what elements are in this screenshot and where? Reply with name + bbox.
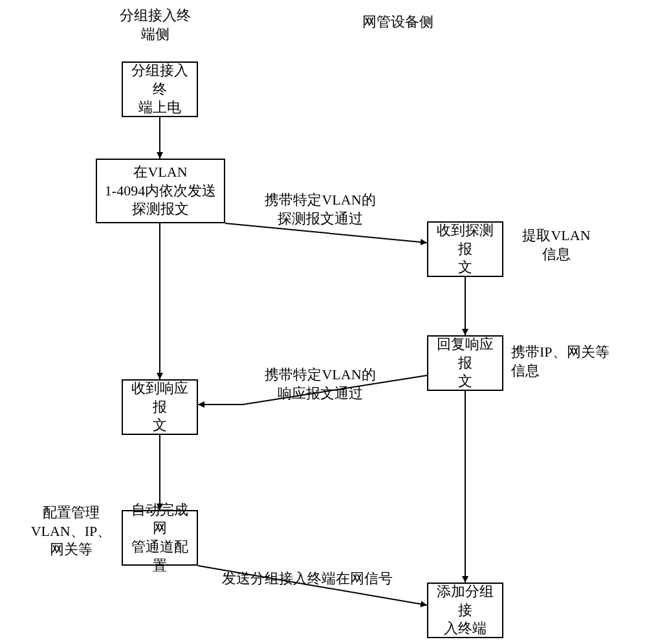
edge-resp-pass: 携带特定VLAN的 响应报文通过 — [256, 366, 385, 403]
edge-probe-pass: 携带特定VLAN的 探测报文通过 — [256, 191, 385, 228]
box-add-terminal: 添加分组接 入终端 — [427, 583, 503, 638]
box-recv-resp: 收到响应报 文 — [122, 379, 198, 435]
edge-extract-vlan: 提取VLAN 信息 — [514, 227, 598, 263]
box-reply-resp: 回复响应报 文 — [427, 335, 503, 391]
edge-send-online: 发送分组接入终端在网信号 — [207, 570, 408, 588]
edge-config-note: 配置管理 VLAN、IP、 网关等 — [26, 504, 116, 559]
box-power-on: 分组接入终 端上电 — [122, 61, 198, 117]
edge-carry-ip: 携带IP、网关等 信息 — [511, 343, 628, 380]
header-left: 分组接入终 端侧 — [113, 6, 197, 43]
box-send-probe: 在VLAN 1-4094内依次发送 探测报文 — [96, 159, 225, 223]
box-recv-probe: 收到探测报 文 — [427, 221, 503, 277]
header-right: 网管设备侧 — [349, 13, 446, 32]
box-auto-config: 自动完成网 管通道配置 — [122, 510, 198, 566]
